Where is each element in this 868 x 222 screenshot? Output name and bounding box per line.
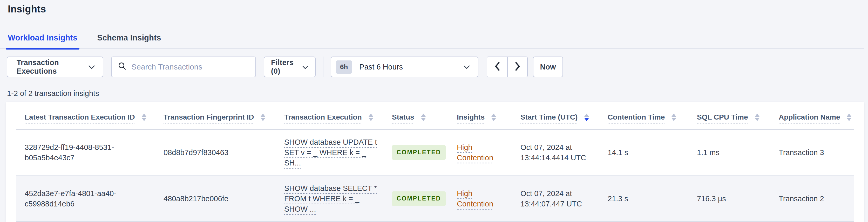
column-header-start-time[interactable]: Start Time (UTC) xyxy=(521,102,608,129)
time-prev-button[interactable] xyxy=(487,57,507,77)
insight-high-contention-link[interactable]: High Contention xyxy=(457,189,493,208)
tab-bar: Workload Insights Schema Insights xyxy=(0,33,864,49)
page-title: Insights xyxy=(8,4,46,15)
now-button[interactable]: Now xyxy=(533,57,563,77)
transaction-type-dropdown[interactable]: Transaction Executions xyxy=(7,57,103,77)
chevron-down-icon xyxy=(463,63,470,71)
table-header-row: Latest Transaction Execution ID Transact… xyxy=(16,102,854,129)
column-header-status[interactable]: Status xyxy=(392,102,457,129)
chevron-down-icon xyxy=(302,63,308,71)
time-range-label: Past 6 Hours xyxy=(359,63,463,71)
insight-high-contention-link[interactable]: High Contention xyxy=(457,143,493,162)
cell-sql-cpu-time: 716.3 µs xyxy=(697,176,779,222)
table-row: 328729d2-ff19-4408-8531-b05a5b4e43c7 08d… xyxy=(16,129,854,176)
column-header-transaction-execution[interactable]: Transaction Execution xyxy=(284,102,392,129)
insights-table-card: Latest Transaction Execution ID Transact… xyxy=(6,102,864,222)
cell-execution-id: 328729d2-ff19-4408-8531-b05a5b4e43c7 xyxy=(16,129,163,176)
column-header-insights[interactable]: Insights xyxy=(457,102,521,129)
sort-carets-icon xyxy=(142,114,146,121)
chevron-right-icon xyxy=(515,62,521,72)
results-summary: 1-2 of 2 transaction insights xyxy=(7,89,99,98)
column-header-contention-time[interactable]: Contention Time xyxy=(608,102,697,129)
insights-page: Insights Workload Insights Schema Insigh… xyxy=(0,0,868,222)
time-nav-group xyxy=(487,57,528,77)
time-next-button[interactable] xyxy=(507,57,527,77)
chevron-left-icon xyxy=(494,62,500,72)
now-button-label: Now xyxy=(540,63,556,71)
transaction-type-dropdown-label: Transaction Executions xyxy=(17,58,88,75)
search-icon xyxy=(118,62,127,72)
table-row: 452da3e7-e7fa-4801-aa40-c59988d14eb6 480… xyxy=(16,176,854,222)
time-range-badge: 6h xyxy=(336,60,352,74)
toolbar-divider xyxy=(323,57,323,77)
status-badge: COMPLETED xyxy=(392,191,446,206)
sort-carets-icon xyxy=(672,114,676,121)
column-header-latest-transaction-execution-id[interactable]: Latest Transaction Execution ID xyxy=(16,102,163,129)
status-badge: COMPLETED xyxy=(392,145,446,160)
sort-carets-icon xyxy=(755,114,760,121)
cell-start-time: Oct 07, 2024 at 13:44:07.447 UTC xyxy=(521,176,608,222)
insights-table: Latest Transaction Execution ID Transact… xyxy=(16,102,854,222)
sort-carets-icon xyxy=(260,114,265,121)
transaction-execution-link[interactable]: SHOW database UPDATE t SET v = _ WHERE k… xyxy=(284,138,377,167)
filters-button-label: Filters (0) xyxy=(271,58,302,75)
cell-sql-cpu-time: 1.1 ms xyxy=(697,129,779,176)
transaction-execution-link[interactable]: SHOW database SELECT * FROM t WHERE k = … xyxy=(284,184,377,213)
tab-schema-insights[interactable]: Schema Insights xyxy=(95,33,163,48)
chevron-down-icon xyxy=(88,63,95,71)
column-header-sql-cpu-time[interactable]: SQL CPU Time xyxy=(697,102,779,129)
sort-carets-icon xyxy=(584,114,589,121)
tab-workload-insights[interactable]: Workload Insights xyxy=(6,33,80,48)
filters-button[interactable]: Filters (0) xyxy=(264,57,316,77)
sort-carets-icon xyxy=(491,114,496,121)
cell-execution-id: 452da3e7-e7fa-4801-aa40-c59988d14eb6 xyxy=(16,176,163,222)
search-box xyxy=(111,57,256,77)
column-header-transaction-fingerprint-id[interactable]: Transaction Fingerprint ID xyxy=(163,102,284,129)
cell-application-name: Transaction 3 xyxy=(779,129,854,176)
sort-carets-icon xyxy=(369,114,373,121)
sort-carets-icon xyxy=(421,114,426,121)
cell-contention-time: 21.3 s xyxy=(608,176,697,222)
toolbar: Transaction Executions Filters (0) 6h Pa… xyxy=(7,57,563,77)
sort-carets-icon xyxy=(847,114,851,121)
time-range-picker[interactable]: 6h Past 6 Hours xyxy=(331,57,478,77)
cell-contention-time: 14.1 s xyxy=(608,129,697,176)
cell-start-time: Oct 07, 2024 at 13:44:14.4414 UTC xyxy=(521,129,608,176)
cell-application-name: Transaction 2 xyxy=(779,176,854,222)
cell-fingerprint-id: 08d8b7d97f830463 xyxy=(163,129,284,176)
column-header-application-name[interactable]: Application Name xyxy=(779,102,854,129)
search-input[interactable] xyxy=(131,63,249,71)
cell-fingerprint-id: 480a8b217be006fe xyxy=(163,176,284,222)
